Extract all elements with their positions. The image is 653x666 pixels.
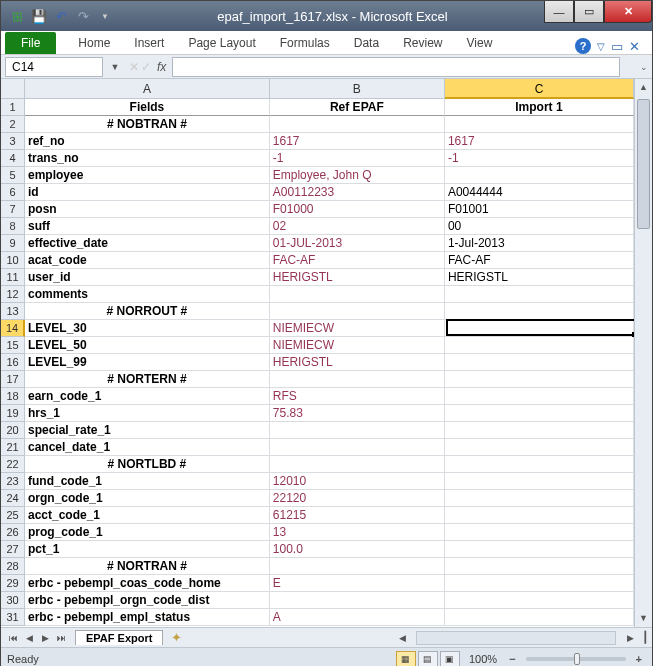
cell[interactable]	[270, 592, 445, 609]
cell[interactable]: 02	[270, 218, 445, 235]
cell[interactable]	[445, 405, 634, 422]
cell[interactable]: hrs_1	[25, 405, 270, 422]
vscroll-thumb[interactable]	[637, 99, 650, 229]
file-tab[interactable]: File	[5, 32, 56, 54]
row-header[interactable]: 20	[1, 422, 25, 439]
cell[interactable]: posn	[25, 201, 270, 218]
cell[interactable]: FAC-AF	[270, 252, 445, 269]
close-button[interactable]: ✕	[604, 1, 652, 23]
normal-view-button[interactable]: ▦	[396, 651, 416, 667]
cell[interactable]	[445, 490, 634, 507]
row-header[interactable]: 10	[1, 252, 25, 269]
cell[interactable]: F01000	[270, 201, 445, 218]
ribbon-minimize-icon[interactable]: ▽	[597, 41, 605, 52]
cell[interactable]: -1	[445, 150, 634, 167]
cell[interactable]: A00112233	[270, 184, 445, 201]
save-icon[interactable]: 💾	[31, 8, 47, 24]
cell[interactable]	[270, 439, 445, 456]
row-header[interactable]: 30	[1, 592, 25, 609]
zoom-in-button[interactable]: +	[632, 653, 646, 665]
cell[interactable]	[445, 388, 634, 405]
cell[interactable]: NIEMIECW	[270, 337, 445, 354]
cell[interactable]	[445, 541, 634, 558]
row-header[interactable]: 19	[1, 405, 25, 422]
last-sheet-icon[interactable]: ⏭	[53, 633, 69, 643]
name-box[interactable]: C14	[5, 57, 103, 77]
cell[interactable]: fund_code_1	[25, 473, 270, 490]
cell[interactable]	[270, 558, 445, 575]
row-header[interactable]: 5	[1, 167, 25, 184]
row-header[interactable]: 17	[1, 371, 25, 388]
cell[interactable]: 22120	[270, 490, 445, 507]
cell[interactable]: special_rate_1	[25, 422, 270, 439]
cell[interactable]	[445, 456, 634, 473]
cell[interactable]	[445, 371, 634, 388]
row-header[interactable]: 1	[1, 99, 25, 116]
col-header-A[interactable]: A	[25, 79, 270, 99]
new-sheet-icon[interactable]: ✦	[163, 630, 190, 645]
prev-sheet-icon[interactable]: ◀	[21, 633, 37, 643]
row-header[interactable]: 13	[1, 303, 25, 320]
cell[interactable]: erbc - pebempl_orgn_code_dist	[25, 592, 270, 609]
cell[interactable]: # NORTLBD #	[25, 456, 270, 473]
cell[interactable]: 12010	[270, 473, 445, 490]
cell[interactable]: erbc - pebempl_empl_status	[25, 609, 270, 626]
cell[interactable]: A0044444	[445, 184, 634, 201]
minimize-button[interactable]: —	[544, 1, 574, 23]
ribbon-tab-home[interactable]: Home	[66, 32, 122, 54]
cell[interactable]	[445, 303, 634, 320]
redo-icon[interactable]: ↷	[75, 8, 91, 24]
col-header-B[interactable]: B	[270, 79, 445, 99]
cell[interactable]: effective_date	[25, 235, 270, 252]
sheet-tab-active[interactable]: EPAF Export	[75, 630, 163, 645]
undo-icon[interactable]: ↶	[53, 8, 69, 24]
cell[interactable]: Import 1	[445, 99, 634, 116]
cell[interactable]	[445, 592, 634, 609]
cell[interactable]: user_id	[25, 269, 270, 286]
cell[interactable]: HERIGSTL	[445, 269, 634, 286]
cell[interactable]	[270, 456, 445, 473]
cell[interactable]: # NORROUT #	[25, 303, 270, 320]
cell[interactable]: suff	[25, 218, 270, 235]
row-header[interactable]: 23	[1, 473, 25, 490]
cell[interactable]	[445, 286, 634, 303]
cell[interactable]: comments	[25, 286, 270, 303]
page-layout-view-button[interactable]: ▤	[418, 651, 438, 667]
cell[interactable]: 75.83	[270, 405, 445, 422]
restore-window-icon[interactable]: ▭	[611, 39, 623, 54]
cell[interactable]: erbc - pebempl_coas_code_home	[25, 575, 270, 592]
row-header[interactable]: 8	[1, 218, 25, 235]
cell[interactable]: Employee, John Q	[270, 167, 445, 184]
cell[interactable]	[270, 371, 445, 388]
cell[interactable]: 100.0	[270, 541, 445, 558]
cell[interactable]: 1617	[270, 133, 445, 150]
cell[interactable]: 13	[270, 524, 445, 541]
cell[interactable]: F01001	[445, 201, 634, 218]
cell[interactable]: RFS	[270, 388, 445, 405]
next-sheet-icon[interactable]: ▶	[37, 633, 53, 643]
cell[interactable]: Ref EPAF	[270, 99, 445, 116]
cell[interactable]: 00	[445, 218, 634, 235]
cell[interactable]: FAC-AF	[445, 252, 634, 269]
zoom-slider-knob[interactable]	[574, 653, 580, 665]
ribbon-tab-data[interactable]: Data	[342, 32, 391, 54]
name-box-dropdown-icon[interactable]: ▼	[107, 62, 123, 72]
cell[interactable]: 61215	[270, 507, 445, 524]
ribbon-tab-view[interactable]: View	[455, 32, 505, 54]
hscroll-left-icon[interactable]: ◀	[394, 633, 410, 643]
cell[interactable]: acct_code_1	[25, 507, 270, 524]
cell-grid[interactable]: FieldsRef EPAFImport 1# NOBTRAN #ref_no1…	[25, 99, 634, 627]
cell[interactable]: 01-JUL-2013	[270, 235, 445, 252]
cell[interactable]: orgn_code_1	[25, 490, 270, 507]
cell[interactable]	[445, 473, 634, 490]
cell[interactable]	[270, 303, 445, 320]
close-workbook-icon[interactable]: ✕	[629, 39, 640, 54]
row-header[interactable]: 27	[1, 541, 25, 558]
cell[interactable]: pct_1	[25, 541, 270, 558]
maximize-button[interactable]: ▭	[574, 1, 604, 23]
cell[interactable]: LEVEL_30	[25, 320, 270, 337]
ribbon-tab-page-layout[interactable]: Page Layout	[176, 32, 267, 54]
row-header[interactable]: 3	[1, 133, 25, 150]
first-sheet-icon[interactable]: ⏮	[5, 633, 21, 643]
cell[interactable]: ref_no	[25, 133, 270, 150]
